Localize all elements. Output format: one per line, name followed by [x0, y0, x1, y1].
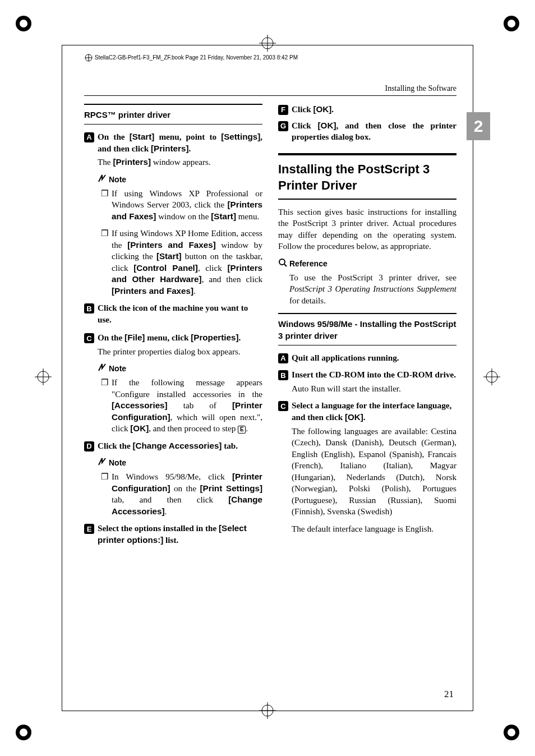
- step-6: F Click [OK].: [278, 104, 456, 116]
- svg-point-5: [20, 729, 27, 736]
- note-heading-2: Note: [98, 363, 262, 375]
- rstep-3-body-2: The default interface language is Englis…: [292, 523, 456, 535]
- registration-target-right: [483, 368, 500, 388]
- running-header: StellaC2-GB-Pref1-F3_FM_ZF.book Page 21 …: [84, 53, 298, 62]
- note-3-item-1: ❒ In Windows 95/98/Me, click [Printer Co…: [101, 471, 262, 517]
- cropmark-bottom-left: [11, 720, 36, 745]
- step-number-1: A: [84, 132, 94, 142]
- step-1: A On the [Start] menu, point to [Setting…: [84, 131, 262, 154]
- note-2-item-1: ❒ If the following message appears "Conf…: [101, 377, 262, 435]
- note-icon: [98, 457, 107, 469]
- svg-point-23: [279, 259, 285, 265]
- step-7: G Click [OK], and then close the printer…: [278, 120, 456, 143]
- step-number-6: F: [278, 105, 288, 115]
- intro-paragraph: This section gives basic instructions fo…: [278, 206, 456, 252]
- subhead-win9598me: Windows 95/98/Me - Installing the PostSc…: [278, 313, 456, 345]
- step-number-7: G: [278, 121, 288, 131]
- rstep-2: B Insert the CD-ROM into the CD-ROM driv…: [278, 369, 456, 381]
- rstep-3-body-1: The following languages are available: C…: [292, 426, 456, 518]
- subhead-rpcs: RPCS™ printer driver: [84, 104, 262, 125]
- svg-point-1: [20, 20, 27, 27]
- note-icon: [98, 174, 107, 186]
- step-5: E Select the options installed in the [S…: [84, 523, 262, 546]
- registration-target-left: [35, 368, 52, 388]
- left-column: RPCS™ printer driver A On the [Start] me…: [84, 104, 262, 548]
- section-header: Installing the Software: [84, 84, 456, 93]
- cropmark-top-left: [11, 11, 36, 36]
- step-4: D Click the [Change Accessories] tab.: [84, 440, 262, 452]
- note-heading-1: Note: [98, 174, 262, 186]
- note-1-item-1: ❒ If using Windows XP Professional or Wi…: [101, 188, 262, 223]
- reference-icon: [278, 258, 287, 270]
- page-number: 21: [444, 689, 454, 700]
- note-1-item-2: ❒ If using Windows XP Home Edition, acce…: [101, 228, 262, 297]
- step-2: B Click the icon of the machine you want…: [84, 302, 262, 325]
- rstep-1: A Quit all applications running.: [278, 352, 456, 364]
- cropmark-top-right: [499, 11, 524, 36]
- step-number-2: B: [84, 303, 94, 314]
- note-heading-3: Note: [98, 457, 262, 469]
- running-header-text: StellaC2-GB-Pref1-F3_FM_ZF.book Page 21 …: [95, 54, 298, 61]
- step-number-4: D: [84, 441, 94, 451]
- rstep-number-1: A: [278, 353, 288, 363]
- note-icon: [98, 363, 107, 375]
- reference-heading: Reference: [278, 258, 456, 270]
- step-1-body: The [Printers] window appears.: [98, 156, 262, 168]
- reference-body: To use the PostScript 3 printer driver, …: [289, 272, 456, 307]
- rstep-number-3: C: [278, 401, 288, 411]
- cropmark-bottom-right: [499, 720, 524, 745]
- svg-line-24: [284, 264, 287, 266]
- chapter-tab: 2: [467, 112, 490, 140]
- svg-point-3: [508, 20, 515, 27]
- step-3-body: The printer properties dialog box appear…: [98, 346, 262, 358]
- step-3: C On the [File] menu, click [Properties]…: [84, 332, 262, 344]
- step-number-5: E: [84, 524, 94, 534]
- step-number-3: C: [84, 333, 94, 343]
- rstep-2-body: Auto Run will start the installer.: [292, 383, 456, 395]
- header-rule: [84, 95, 456, 96]
- svg-point-7: [508, 729, 515, 736]
- rstep-3: C Select a language for the interface la…: [278, 400, 456, 423]
- rstep-number-2: B: [278, 370, 288, 380]
- right-column: F Click [OK]. G Click [OK], and then clo…: [278, 104, 456, 548]
- heading-postscript: Installing the PostScript 3 Printer Driv…: [278, 153, 456, 200]
